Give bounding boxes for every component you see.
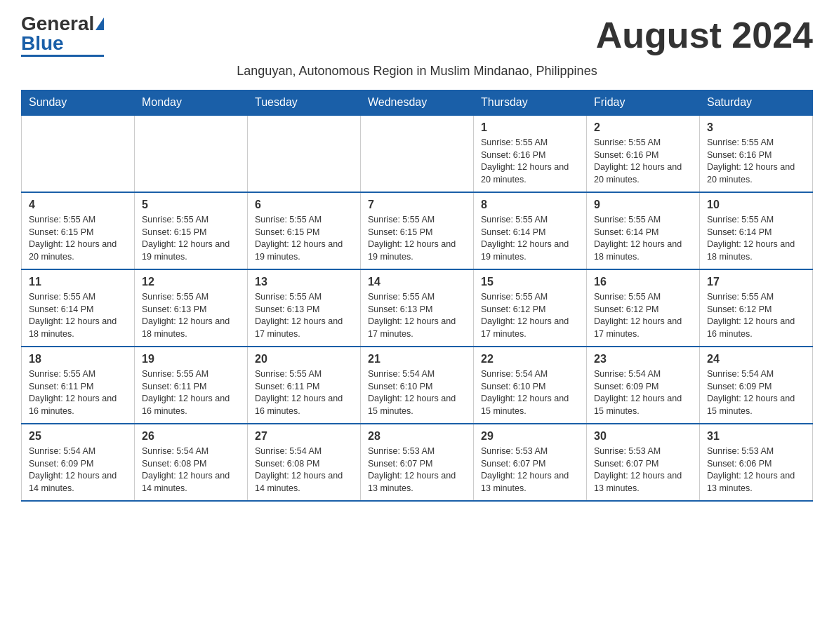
empty-cell bbox=[361, 115, 474, 192]
page-header: General Blue August 2024 bbox=[21, 14, 813, 57]
calendar-day-14: 14Sunrise: 5:55 AM Sunset: 6:13 PM Dayli… bbox=[361, 269, 474, 347]
calendar-day-20: 20Sunrise: 5:55 AM Sunset: 6:11 PM Dayli… bbox=[248, 347, 361, 424]
calendar-day-8: 8Sunrise: 5:55 AM Sunset: 6:14 PM Daylig… bbox=[474, 192, 587, 269]
calendar-day-30: 30Sunrise: 5:53 AM Sunset: 6:07 PM Dayli… bbox=[587, 424, 700, 501]
day-number: 9 bbox=[594, 199, 692, 211]
day-info: Sunrise: 5:53 AM Sunset: 6:07 PM Dayligh… bbox=[594, 446, 682, 493]
calendar-day-19: 19Sunrise: 5:55 AM Sunset: 6:11 PM Dayli… bbox=[135, 347, 248, 424]
day-number: 2 bbox=[594, 121, 692, 134]
day-info: Sunrise: 5:55 AM Sunset: 6:14 PM Dayligh… bbox=[481, 215, 569, 262]
day-number: 19 bbox=[142, 353, 240, 365]
day-number: 23 bbox=[594, 353, 692, 365]
day-number: 3 bbox=[707, 121, 805, 134]
calendar-day-25: 25Sunrise: 5:54 AM Sunset: 6:09 PM Dayli… bbox=[22, 424, 135, 501]
empty-cell bbox=[248, 115, 361, 192]
day-number: 27 bbox=[255, 430, 353, 443]
calendar-week-1: 1Sunrise: 5:55 AM Sunset: 6:16 PM Daylig… bbox=[22, 115, 813, 192]
calendar-day-11: 11Sunrise: 5:55 AM Sunset: 6:14 PM Dayli… bbox=[22, 269, 135, 347]
calendar-day-13: 13Sunrise: 5:55 AM Sunset: 6:13 PM Dayli… bbox=[248, 269, 361, 347]
day-number: 30 bbox=[594, 430, 692, 443]
day-info: Sunrise: 5:55 AM Sunset: 6:12 PM Dayligh… bbox=[594, 292, 682, 339]
col-header-saturday: Saturday bbox=[700, 90, 813, 116]
calendar-day-21: 21Sunrise: 5:54 AM Sunset: 6:10 PM Dayli… bbox=[361, 347, 474, 424]
day-number: 7 bbox=[368, 199, 466, 211]
calendar-day-7: 7Sunrise: 5:55 AM Sunset: 6:15 PM Daylig… bbox=[361, 192, 474, 269]
calendar-week-4: 18Sunrise: 5:55 AM Sunset: 6:11 PM Dayli… bbox=[22, 347, 813, 424]
logo: General Blue bbox=[21, 14, 104, 57]
day-info: Sunrise: 5:54 AM Sunset: 6:10 PM Dayligh… bbox=[368, 369, 456, 416]
day-number: 26 bbox=[142, 430, 240, 443]
day-number: 17 bbox=[707, 276, 805, 288]
day-number: 28 bbox=[368, 430, 466, 443]
calendar-day-31: 31Sunrise: 5:53 AM Sunset: 6:06 PM Dayli… bbox=[700, 424, 813, 501]
col-header-sunday: Sunday bbox=[22, 90, 135, 116]
day-number: 10 bbox=[707, 199, 805, 211]
day-number: 14 bbox=[368, 276, 466, 288]
day-number: 21 bbox=[368, 353, 466, 365]
calendar-table: SundayMondayTuesdayWednesdayThursdayFrid… bbox=[21, 90, 813, 502]
day-info: Sunrise: 5:55 AM Sunset: 6:13 PM Dayligh… bbox=[255, 292, 343, 339]
day-info: Sunrise: 5:55 AM Sunset: 6:12 PM Dayligh… bbox=[707, 292, 795, 339]
col-header-wednesday: Wednesday bbox=[361, 90, 474, 116]
day-info: Sunrise: 5:55 AM Sunset: 6:15 PM Dayligh… bbox=[368, 215, 456, 262]
logo-general: General bbox=[21, 14, 94, 34]
day-number: 11 bbox=[29, 276, 127, 288]
day-number: 12 bbox=[142, 276, 240, 288]
calendar-day-9: 9Sunrise: 5:55 AM Sunset: 6:14 PM Daylig… bbox=[587, 192, 700, 269]
calendar-day-6: 6Sunrise: 5:55 AM Sunset: 6:15 PM Daylig… bbox=[248, 192, 361, 269]
calendar-day-28: 28Sunrise: 5:53 AM Sunset: 6:07 PM Dayli… bbox=[361, 424, 474, 501]
day-info: Sunrise: 5:55 AM Sunset: 6:14 PM Dayligh… bbox=[29, 292, 117, 339]
day-info: Sunrise: 5:55 AM Sunset: 6:14 PM Dayligh… bbox=[707, 215, 795, 262]
logo-triangle-icon bbox=[95, 18, 104, 30]
day-info: Sunrise: 5:55 AM Sunset: 6:15 PM Dayligh… bbox=[29, 215, 117, 262]
day-info: Sunrise: 5:54 AM Sunset: 6:09 PM Dayligh… bbox=[707, 369, 795, 416]
day-number: 18 bbox=[29, 353, 127, 365]
day-info: Sunrise: 5:55 AM Sunset: 6:11 PM Dayligh… bbox=[142, 369, 230, 416]
day-number: 5 bbox=[142, 199, 240, 211]
calendar-day-17: 17Sunrise: 5:55 AM Sunset: 6:12 PM Dayli… bbox=[700, 269, 813, 347]
day-info: Sunrise: 5:53 AM Sunset: 6:07 PM Dayligh… bbox=[368, 446, 456, 493]
calendar-day-12: 12Sunrise: 5:55 AM Sunset: 6:13 PM Dayli… bbox=[135, 269, 248, 347]
day-info: Sunrise: 5:55 AM Sunset: 6:13 PM Dayligh… bbox=[142, 292, 230, 339]
calendar-day-22: 22Sunrise: 5:54 AM Sunset: 6:10 PM Dayli… bbox=[474, 347, 587, 424]
empty-cell bbox=[22, 115, 135, 192]
day-info: Sunrise: 5:54 AM Sunset: 6:08 PM Dayligh… bbox=[255, 446, 343, 493]
day-number: 29 bbox=[481, 430, 579, 443]
calendar-day-1: 1Sunrise: 5:55 AM Sunset: 6:16 PM Daylig… bbox=[474, 115, 587, 192]
day-info: Sunrise: 5:55 AM Sunset: 6:13 PM Dayligh… bbox=[368, 292, 456, 339]
col-header-monday: Monday bbox=[135, 90, 248, 116]
day-info: Sunrise: 5:55 AM Sunset: 6:11 PM Dayligh… bbox=[255, 369, 343, 416]
day-info: Sunrise: 5:55 AM Sunset: 6:16 PM Dayligh… bbox=[707, 137, 795, 185]
day-info: Sunrise: 5:55 AM Sunset: 6:16 PM Dayligh… bbox=[481, 137, 569, 185]
calendar-day-2: 2Sunrise: 5:55 AM Sunset: 6:16 PM Daylig… bbox=[587, 115, 700, 192]
calendar-day-27: 27Sunrise: 5:54 AM Sunset: 6:08 PM Dayli… bbox=[248, 424, 361, 501]
empty-cell bbox=[135, 115, 248, 192]
col-header-tuesday: Tuesday bbox=[248, 90, 361, 116]
page-subtitle: Languyan, Autonomous Region in Muslim Mi… bbox=[21, 64, 813, 79]
logo-underline bbox=[21, 55, 104, 57]
calendar-day-10: 10Sunrise: 5:55 AM Sunset: 6:14 PM Dayli… bbox=[700, 192, 813, 269]
day-number: 16 bbox=[594, 276, 692, 288]
calendar-day-29: 29Sunrise: 5:53 AM Sunset: 6:07 PM Dayli… bbox=[474, 424, 587, 501]
calendar-day-18: 18Sunrise: 5:55 AM Sunset: 6:11 PM Dayli… bbox=[22, 347, 135, 424]
calendar-day-3: 3Sunrise: 5:55 AM Sunset: 6:16 PM Daylig… bbox=[700, 115, 813, 192]
calendar-header-row: SundayMondayTuesdayWednesdayThursdayFrid… bbox=[22, 90, 813, 116]
day-info: Sunrise: 5:53 AM Sunset: 6:06 PM Dayligh… bbox=[707, 446, 795, 493]
day-number: 15 bbox=[481, 276, 579, 288]
day-info: Sunrise: 5:55 AM Sunset: 6:14 PM Dayligh… bbox=[594, 215, 682, 262]
calendar-day-23: 23Sunrise: 5:54 AM Sunset: 6:09 PM Dayli… bbox=[587, 347, 700, 424]
day-info: Sunrise: 5:54 AM Sunset: 6:10 PM Dayligh… bbox=[481, 369, 569, 416]
calendar-week-5: 25Sunrise: 5:54 AM Sunset: 6:09 PM Dayli… bbox=[22, 424, 813, 501]
day-info: Sunrise: 5:54 AM Sunset: 6:09 PM Dayligh… bbox=[29, 446, 117, 493]
calendar-week-2: 4Sunrise: 5:55 AM Sunset: 6:15 PM Daylig… bbox=[22, 192, 813, 269]
day-info: Sunrise: 5:54 AM Sunset: 6:08 PM Dayligh… bbox=[142, 446, 230, 493]
day-number: 25 bbox=[29, 430, 127, 443]
day-info: Sunrise: 5:54 AM Sunset: 6:09 PM Dayligh… bbox=[594, 369, 682, 416]
day-info: Sunrise: 5:55 AM Sunset: 6:16 PM Dayligh… bbox=[594, 137, 682, 185]
calendar-day-24: 24Sunrise: 5:54 AM Sunset: 6:09 PM Dayli… bbox=[700, 347, 813, 424]
day-number: 20 bbox=[255, 353, 353, 365]
day-number: 31 bbox=[707, 430, 805, 443]
logo-blue: Blue bbox=[21, 34, 64, 53]
calendar-day-4: 4Sunrise: 5:55 AM Sunset: 6:15 PM Daylig… bbox=[22, 192, 135, 269]
col-header-friday: Friday bbox=[587, 90, 700, 116]
